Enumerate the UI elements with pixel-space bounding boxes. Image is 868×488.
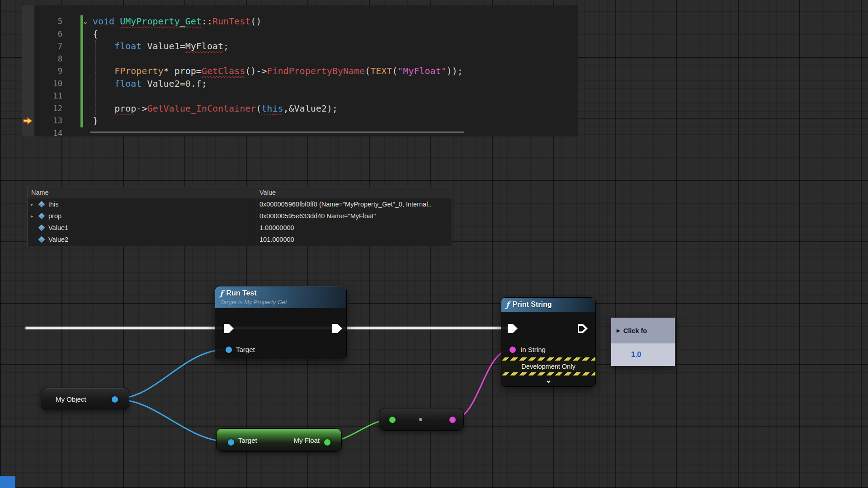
converter-dot-icon xyxy=(419,418,422,421)
collapse-spacer xyxy=(83,115,93,127)
watch-name: this xyxy=(48,198,59,210)
collapse-spacer xyxy=(83,78,93,90)
background-window-fragment xyxy=(0,476,15,488)
collapse-spacer xyxy=(83,28,93,41)
collapse-spacer xyxy=(83,53,93,66)
code-text: } xyxy=(93,115,98,127)
object-out-pin[interactable] xyxy=(112,396,118,403)
watch-value: 0x00000595e633dd40 Name="MyFloat" xyxy=(259,210,376,222)
code-line[interactable]: 11 xyxy=(22,90,578,103)
exec-pin-shape xyxy=(224,324,234,333)
node-float-to-string[interactable] xyxy=(379,408,464,431)
line-number: 12 xyxy=(22,103,67,115)
code-line[interactable]: 9 FProperty* prop=GetClass()->FindProper… xyxy=(22,65,578,78)
chevron-down-icon[interactable]: ⌄ xyxy=(545,376,552,385)
code-line[interactable]: 12 prop->GetValue_InContainer(this,&Valu… xyxy=(22,103,578,115)
watch-rows: ▸this0x000005960fbf0ff0 (Name="MyPropert… xyxy=(28,198,452,245)
function-icon: ƒ xyxy=(220,289,223,298)
exec-in-pin[interactable] xyxy=(224,324,234,333)
watch-name: Value1 xyxy=(48,222,68,234)
code-line[interactable]: 5⌄void UMyProperty_Get::RunTest() xyxy=(22,15,578,28)
code-text: { xyxy=(93,28,98,41)
function-icon: ƒ xyxy=(506,300,509,309)
development-only-banner: Development Only xyxy=(501,357,595,375)
code-line[interactable]: 8 xyxy=(22,53,578,66)
exec-out-pin[interactable] xyxy=(332,324,342,333)
node-run-test[interactable]: ƒ Run Test Target is My Property Get Tar… xyxy=(215,286,347,359)
node-subtitle: Target is My Property Get xyxy=(220,299,342,305)
play-arrow-icon: ▶ xyxy=(617,328,620,333)
line-number: 8 xyxy=(22,53,67,66)
column-divider[interactable] xyxy=(256,187,256,246)
debug-value-tooltip[interactable]: ▶ Click fo 1.0 xyxy=(611,318,675,366)
exec-in-pin[interactable] xyxy=(508,324,518,333)
expand-arrow-icon[interactable]: ▸ xyxy=(31,210,33,222)
line-number: 5 xyxy=(22,15,67,28)
target-pin[interactable] xyxy=(228,439,234,446)
node-my-object[interactable]: My Object xyxy=(41,388,129,410)
collapse-spacer xyxy=(83,40,93,53)
watch-value: 1.00000000 xyxy=(259,222,294,234)
collapse-spacer xyxy=(83,90,93,103)
float-in-pin[interactable] xyxy=(389,417,396,423)
hazard-stripe xyxy=(501,372,595,375)
collapse-spacer xyxy=(83,103,93,115)
development-only-label: Development Only xyxy=(501,361,595,372)
variable-icon xyxy=(38,225,45,231)
expand-arrow-icon[interactable]: ▸ xyxy=(31,198,33,210)
variable-icon xyxy=(38,213,45,219)
watch-row[interactable]: ▸this0x000005960fbf0ff0 (Name="MyPropert… xyxy=(28,198,452,210)
code-editor[interactable]: 5⌄void UMyProperty_Get::RunTest()6{7 flo… xyxy=(22,5,578,136)
value-column-header[interactable]: Value xyxy=(259,187,276,198)
variable-icon xyxy=(38,236,45,243)
watch-value: 101.000000 xyxy=(259,234,294,245)
object-wire-to-run-test[interactable] xyxy=(114,349,228,399)
code-line[interactable]: 6{ xyxy=(22,28,578,41)
code-text: void UMyProperty_Get::RunTest() xyxy=(93,15,261,28)
name-column-header[interactable]: Name xyxy=(31,187,49,198)
watch-row[interactable]: Value11.00000000 xyxy=(28,222,452,234)
line-number: 7 xyxy=(22,40,67,53)
tooltip-header[interactable]: ▶ Click fo xyxy=(611,318,675,343)
variable-label: My Object xyxy=(56,395,86,404)
blueprint-debug-screen: ƒ Run Test Target is My Property Get Tar… xyxy=(0,0,868,488)
exec-pin-shape xyxy=(508,324,518,333)
target-pin[interactable] xyxy=(226,347,232,353)
watch-window[interactable]: Name Value ▸this0x000005960fbf0ff0 (Name… xyxy=(27,187,452,246)
float-out-pin[interactable] xyxy=(324,439,330,446)
line-number: 6 xyxy=(22,28,67,41)
code-line[interactable]: 13} xyxy=(22,115,578,127)
tooltip-value-text: 1.0 xyxy=(631,351,641,359)
code-line[interactable]: 10 float Value2=0.f; xyxy=(22,78,578,90)
editor-scrollbar[interactable] xyxy=(90,131,464,133)
exec-pin-shape xyxy=(332,324,342,333)
tooltip-value: 1.0 xyxy=(611,343,675,366)
line-number: 9 xyxy=(22,65,67,78)
exec-out-pin[interactable] xyxy=(578,324,588,333)
collapse-chevron-icon[interactable]: ⌄ xyxy=(83,15,93,28)
code-line[interactable]: 7 float Value1=MyFloat; xyxy=(22,40,578,53)
node-print-string[interactable]: ƒ Print String In String Development Onl… xyxy=(501,297,596,387)
node-title: Run Test xyxy=(226,289,256,297)
in-string-pin[interactable] xyxy=(509,347,516,353)
string-out-pin[interactable] xyxy=(449,417,456,423)
watch-value: 0x000005960fbf0ff0 (Name="MyProperty_Get… xyxy=(259,198,431,210)
watch-row[interactable]: Value2101.000000 xyxy=(28,234,452,245)
line-number: 10 xyxy=(22,78,67,90)
node-collapse-area[interactable]: ⌄ xyxy=(501,375,595,387)
target-pin-label: Target xyxy=(238,436,257,445)
watch-row[interactable]: ▸prop0x00000595e633dd40 Name="MyFloat" xyxy=(28,210,452,222)
variable-icon xyxy=(38,201,45,207)
code-text: float Value1=MyFloat; xyxy=(93,40,229,53)
code-text: prop->GetValue_InContainer(this,&Value2)… xyxy=(93,103,338,115)
collapse-spacer xyxy=(83,65,93,78)
node-get-my-float[interactable]: Target My Float xyxy=(216,428,342,452)
node-header[interactable]: ƒ Print String xyxy=(501,298,595,312)
watch-name: prop xyxy=(48,210,61,222)
code-text: float Value2=0.f; xyxy=(93,78,207,90)
execution-pointer-icon xyxy=(23,117,33,127)
object-wire-to-getter[interactable] xyxy=(114,399,231,442)
node-header[interactable]: ƒ Run Test Target is My Property Get xyxy=(215,286,346,308)
watch-header: Name Value xyxy=(28,187,452,198)
target-pin-label: Target xyxy=(236,346,255,354)
